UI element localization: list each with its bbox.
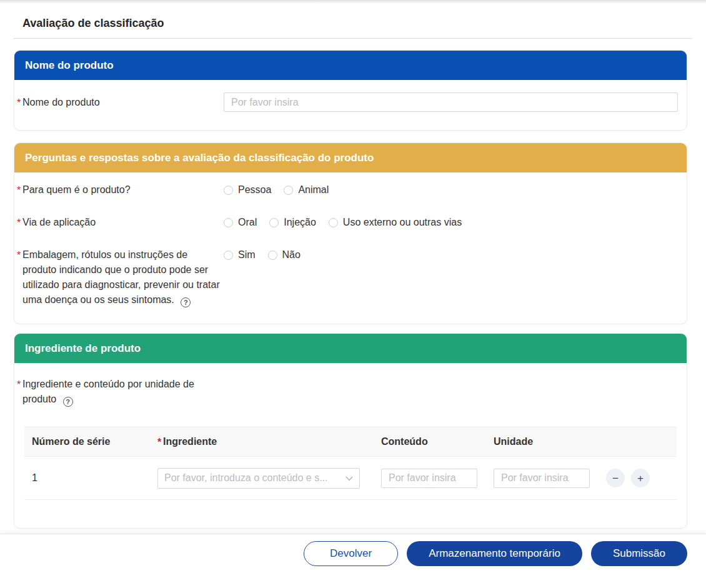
- section-ingredient-header: Ingrediente de produto: [14, 334, 687, 363]
- page-title: Avaliação de classificação: [22, 16, 706, 30]
- remove-row-button[interactable]: −: [606, 469, 625, 487]
- radio-circle-icon: [329, 218, 338, 227]
- radio-animal[interactable]: Animal: [284, 184, 329, 196]
- radio-injecao-label: Injeção: [284, 217, 316, 228]
- radio-sim-label: Sim: [238, 249, 256, 261]
- radio-circle-icon: [269, 218, 279, 227]
- radio-animal-label: Animal: [298, 184, 329, 196]
- submit-button[interactable]: Submissão: [591, 541, 687, 566]
- question-route-options: Oral Injeção Uso externo ou outras vias: [224, 215, 474, 230]
- help-icon[interactable]: ?: [181, 297, 191, 307]
- question-claims-label: Embalagem, rótulos ou instruções de prod…: [17, 247, 224, 307]
- chevron-down-icon: [346, 472, 353, 484]
- ingredient-table-header: Número de série Ingrediente Conteúdo Uni…: [24, 427, 677, 457]
- radio-oral-label: Oral: [238, 217, 257, 228]
- radio-injecao[interactable]: Injeção: [269, 217, 316, 228]
- radio-nao-label: Não: [282, 249, 301, 261]
- product-name-input[interactable]: [224, 92, 678, 112]
- radio-circle-icon: [224, 251, 233, 260]
- section-product-name-header: Nome do produto: [14, 51, 687, 80]
- header-ingredient: Ingrediente: [157, 436, 217, 447]
- ingredient-table: Número de série Ingrediente Conteúdo Uni…: [24, 427, 677, 500]
- temporary-storage-button[interactable]: Armazenamento temporário: [407, 541, 582, 566]
- ingredient-label-text: Ingrediente e conteúdo por unidade de pr…: [22, 379, 194, 404]
- section-ingredient: Ingrediente de produto Ingrediente e con…: [14, 333, 687, 529]
- section-questions: Perguntas e respostas sobre a avaliação …: [14, 142, 687, 324]
- radio-uso-externo[interactable]: Uso externo ou outras vias: [329, 217, 462, 228]
- serial-number: 1: [24, 472, 157, 484]
- content-input[interactable]: [381, 469, 477, 488]
- radio-circle-icon: [224, 218, 233, 227]
- help-icon[interactable]: ?: [63, 397, 73, 407]
- top-strip: [0, 0, 706, 4]
- question-claims-text: Embalagem, rótulos ou instruções de prod…: [22, 249, 220, 305]
- header-unit: Unidade: [494, 436, 606, 447]
- plus-icon: +: [637, 473, 644, 484]
- section-questions-header: Perguntas e respostas sobre a avaliação …: [14, 143, 687, 172]
- ingredient-select[interactable]: Por favor, introduza o conteúdo e s...: [157, 468, 360, 489]
- question-target-label: Para quem é o produto?: [17, 182, 224, 197]
- question-route-label: Via de aplicação: [17, 215, 224, 230]
- radio-pessoa-label: Pessoa: [238, 184, 271, 196]
- radio-circle-icon: [268, 251, 277, 260]
- question-claims-options: Sim Não: [224, 247, 313, 262]
- radio-circle-icon: [224, 186, 233, 195]
- radio-sim[interactable]: Sim: [224, 249, 256, 261]
- header-content: Conteúdo: [381, 436, 494, 447]
- minus-icon: −: [612, 473, 619, 484]
- radio-nao[interactable]: Não: [268, 249, 301, 261]
- ingredient-label-row: Ingrediente e conteúdo por unidade de pr…: [14, 363, 687, 407]
- add-row-button[interactable]: +: [631, 469, 650, 487]
- radio-pessoa[interactable]: Pessoa: [224, 184, 271, 196]
- question-row-route: Via de aplicação Oral Injeção Uso extern…: [14, 215, 687, 230]
- return-button[interactable]: Devolver: [304, 541, 398, 566]
- table-row: 1 Por favor, introduza o conteúdo e s...…: [24, 457, 677, 500]
- product-name-row: Nome do produto: [14, 80, 687, 130]
- question-row-target: Para quem é o produto? Pessoa Animal: [14, 182, 687, 197]
- radio-uso-externo-label: Uso externo ou outras vias: [343, 217, 462, 228]
- radio-oral[interactable]: Oral: [224, 217, 257, 228]
- footer-action-bar: Devolver Armazenamento temporário Submis…: [0, 534, 706, 573]
- unit-input[interactable]: [494, 469, 590, 488]
- header-serial: Número de série: [24, 436, 157, 447]
- product-name-label: Nome do produto: [17, 92, 224, 112]
- section-product-name: Nome do produto Nome do produto: [14, 50, 687, 131]
- question-row-claims: Embalagem, rótulos ou instruções de prod…: [14, 247, 687, 307]
- title-divider: [14, 38, 692, 39]
- question-target-options: Pessoa Animal: [224, 182, 341, 197]
- ingredient-label: Ingrediente e conteúdo por unidade de pr…: [17, 377, 224, 407]
- radio-circle-icon: [284, 186, 293, 195]
- ingredient-select-placeholder: Por favor, introduza o conteúdo e s...: [164, 472, 346, 484]
